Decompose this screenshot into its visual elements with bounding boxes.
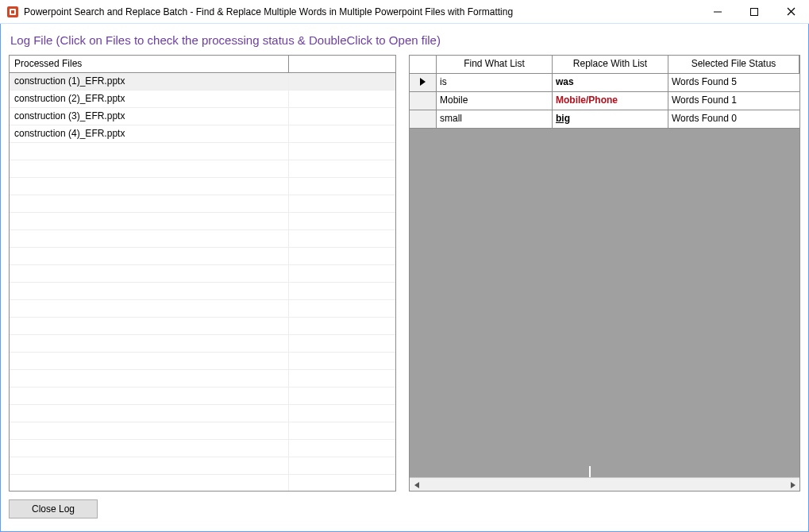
replace-cell: big (553, 110, 668, 128)
processed-files-row[interactable] (10, 195, 395, 213)
window-title: Powerpoint Search and Replace Batch - Fi… (24, 6, 513, 17)
col-find-what: Find What List (437, 56, 553, 73)
processed-files-header-row: Processed Files (10, 56, 395, 73)
maximize-button[interactable] (736, 0, 772, 23)
app-icon (6, 6, 19, 18)
results-pane: Find What List Replace With List Selecte… (409, 55, 800, 492)
row-header-blank (410, 56, 437, 73)
close-log-button[interactable]: Close Log (9, 499, 98, 519)
processed-files-cell (10, 300, 289, 317)
find-cell: Mobile (437, 92, 553, 110)
processed-files-cell (10, 283, 289, 299)
results-grid-header: Find What List Replace With List Selecte… (410, 56, 799, 74)
svg-marker-8 (791, 482, 796, 488)
processed-files-row[interactable] (10, 353, 395, 370)
processed-files-row[interactable] (10, 318, 395, 335)
col-replace-with: Replace With List (553, 56, 668, 73)
svg-marker-7 (414, 482, 419, 488)
processed-files-row[interactable] (10, 422, 395, 440)
processed-files-row[interactable] (10, 160, 395, 178)
processed-files-header: Processed Files (10, 56, 289, 72)
processed-files-row[interactable]: construction (1)_EFR.pptx (10, 73, 395, 91)
processed-files-row[interactable] (10, 457, 395, 475)
processed-files-cell (10, 213, 289, 229)
scroll-right-button[interactable] (786, 478, 799, 492)
processed-files-cell (10, 457, 289, 474)
find-cell: is (437, 74, 553, 91)
processed-files-row[interactable] (10, 213, 395, 230)
processed-files-row[interactable] (10, 178, 395, 195)
processed-files-table[interactable]: Processed Files construction (1)_EFR.ppt… (9, 55, 396, 492)
status-cell: Words Found 0 (668, 110, 799, 128)
processed-files-cell (10, 440, 289, 457)
processed-files-cell (10, 370, 289, 387)
processed-files-body: construction (1)_EFR.pptxconstruction (2… (10, 73, 395, 491)
processed-files-row[interactable] (10, 143, 395, 160)
title-bar: Powerpoint Search and Replace Batch - Fi… (0, 0, 809, 24)
processed-files-row[interactable] (10, 283, 395, 300)
processed-files-cell (10, 335, 289, 352)
horizontal-scrollbar[interactable] (410, 477, 799, 491)
processed-files-cell (10, 422, 289, 439)
replace-cell: was (553, 74, 668, 91)
processed-files-cell (10, 353, 289, 369)
svg-rect-4 (751, 8, 758, 15)
processed-files-cell (10, 387, 289, 404)
results-grid-empty-area (410, 129, 799, 477)
processed-files-row[interactable] (10, 440, 395, 457)
replace-cell: Mobile/Phone (553, 92, 668, 110)
current-row-arrow-icon (420, 78, 426, 86)
processed-files-cell (10, 405, 289, 422)
processed-files-row[interactable]: construction (3)_EFR.pptx (10, 108, 395, 125)
page-heading: Log File (Click on Files to check the pr… (10, 33, 800, 47)
row-marker (410, 110, 437, 128)
processed-files-row[interactable] (10, 370, 395, 387)
processed-files-row[interactable] (10, 248, 395, 265)
results-grid-body: iswasWords Found 5MobileMobile/PhoneWord… (410, 74, 799, 129)
results-row[interactable]: iswasWords Found 5 (410, 74, 799, 92)
client-area: Log File (Click on Files to check the pr… (0, 24, 809, 532)
processed-files-cell (10, 475, 289, 491)
window-controls (699, 0, 809, 23)
find-cell: small (437, 110, 553, 128)
processed-files-cell: construction (4)_EFR.pptx (10, 125, 289, 142)
processed-files-cell (10, 178, 289, 195)
processed-files-row[interactable] (10, 300, 395, 318)
processed-files-row[interactable]: construction (2)_EFR.pptx (10, 91, 395, 108)
col-file-status: Selected File Status (668, 56, 799, 73)
results-row[interactable]: MobileMobile/PhoneWords Found 1 (410, 92, 799, 110)
grid-divider-tick (589, 466, 591, 477)
processed-files-header-spacer (289, 56, 395, 72)
minimize-button[interactable] (699, 0, 736, 23)
results-row[interactable]: smallbigWords Found 0 (410, 110, 799, 129)
button-row: Close Log (9, 499, 800, 519)
status-cell: Words Found 5 (668, 74, 799, 91)
processed-files-cell (10, 265, 289, 282)
processed-files-cell (10, 195, 289, 212)
row-marker (410, 74, 437, 91)
processed-files-cell (10, 160, 289, 177)
scroll-left-button[interactable] (410, 478, 423, 492)
processed-files-cell: construction (3)_EFR.pptx (10, 108, 289, 125)
processed-files-row[interactable] (10, 405, 395, 422)
processed-files-row[interactable] (10, 387, 395, 405)
processed-files-row[interactable] (10, 265, 395, 283)
processed-files-cell (10, 143, 289, 160)
processed-files-cell: construction (1)_EFR.pptx (10, 73, 289, 90)
processed-files-row[interactable] (10, 335, 395, 353)
row-marker (410, 92, 437, 110)
status-cell: Words Found 1 (668, 92, 799, 110)
processed-files-cell (10, 248, 289, 264)
processed-files-cell: construction (2)_EFR.pptx (10, 91, 289, 107)
results-grid[interactable]: Find What List Replace With List Selecte… (409, 55, 800, 492)
processed-files-row[interactable]: construction (4)_EFR.pptx (10, 125, 395, 143)
close-button[interactable] (772, 0, 809, 23)
processed-files-cell (10, 318, 289, 334)
processed-files-row[interactable] (10, 230, 395, 248)
processed-files-cell (10, 230, 289, 247)
processed-files-row[interactable] (10, 475, 395, 491)
svg-rect-2 (11, 10, 14, 13)
